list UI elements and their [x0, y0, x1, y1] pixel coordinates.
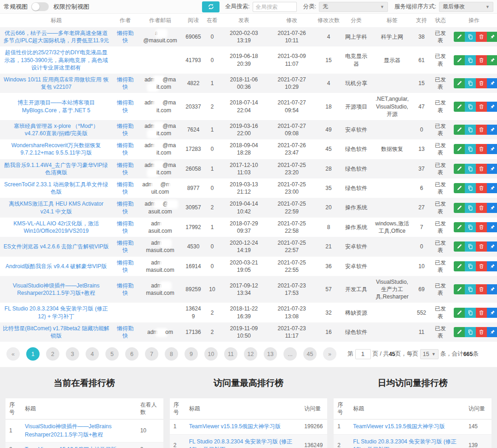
post-title-link[interactable]: 离线KMS激活工具 HEU KMS Activator v24.1 中文版: [9, 201, 103, 214]
post-author-link[interactable]: 懒得勤快: [117, 76, 133, 90]
edit-button[interactable]: [454, 284, 465, 294]
page-button-10[interactable]: 10: [204, 347, 218, 361]
refresh-button[interactable]: [202, 1, 220, 12]
ranking-title-link[interactable]: TeamViewer v15.19.5俄国大神学习版: [25, 446, 116, 448]
edit-button[interactable]: [454, 32, 465, 42]
page-button-7[interactable]: 7: [145, 347, 158, 361]
delete-button[interactable]: [476, 144, 487, 154]
ranking-title-link[interactable]: FL Studio 20.8.3.2304 免安装学习版 (修正 12) + 学…: [189, 438, 292, 448]
delete-button[interactable]: [476, 203, 487, 213]
delete-button[interactable]: [476, 222, 487, 232]
post-author-link[interactable]: 懒得勤快: [117, 123, 133, 137]
copy-button[interactable]: [465, 102, 476, 112]
post-title-link[interactable]: ES文件浏览器 v4.2.6.6 去除广告解锁VIP版: [4, 243, 109, 250]
post-title-link[interactable]: FL Studio 20.8.3.2304 免安装学习版 (修正 12) + 学…: [5, 305, 108, 319]
copy-button[interactable]: [465, 125, 476, 135]
edit-button[interactable]: [454, 222, 465, 232]
delete-button[interactable]: [476, 78, 487, 88]
post-author-link[interactable]: 懒得勤快: [117, 30, 133, 44]
copy-button[interactable]: [465, 222, 476, 232]
copy-button[interactable]: [465, 164, 476, 174]
edit-button[interactable]: [454, 327, 465, 337]
page-button-9[interactable]: 9: [185, 347, 198, 361]
next-page-button[interactable]: »: [323, 347, 336, 361]
view-mode-toggle[interactable]: [31, 2, 49, 11]
delete-button[interactable]: [476, 102, 487, 112]
post-author-link[interactable]: 懒得勤快: [117, 99, 133, 113]
edit-button[interactable]: [454, 55, 465, 65]
ranking-title-link[interactable]: TeamViewer v15.19.5俄国大神学习版: [353, 423, 445, 430]
edit-button[interactable]: [454, 125, 465, 135]
ranking-title-link[interactable]: VisualStudio神级插件——JetBrains Resharper202…: [25, 423, 112, 437]
edit-button[interactable]: [454, 102, 465, 112]
edit-button[interactable]: [454, 261, 465, 271]
ranking-title-link[interactable]: FL Studio 20.8.3.2304 免安装学习版 (修正 12) + 学…: [353, 438, 456, 448]
post-title-link[interactable]: 优云666，桔子云——多年老牌高速全隧道多节点IPLC超大国际机场，月费低至11…: [3, 30, 109, 44]
copy-button[interactable]: [465, 144, 476, 154]
post-title-link[interactable]: Windows 10/11 应用商店&常用微软应用 恢复包 v22107: [4, 76, 109, 90]
delete-button[interactable]: [476, 32, 487, 42]
delete-button[interactable]: [476, 241, 487, 252]
post-title-link[interactable]: VisualStudio神级插件——JetBrains Resharper202…: [13, 282, 100, 296]
post-title-link[interactable]: 塞班经典管理器 x-plore （*Mod*） v4.27.60直装/捐赠/完美…: [14, 123, 98, 137]
pin-button[interactable]: [487, 125, 497, 135]
edit-button[interactable]: [454, 144, 465, 154]
pin-button[interactable]: [487, 261, 497, 271]
delete-button[interactable]: [476, 164, 487, 174]
copy-button[interactable]: [465, 284, 476, 294]
pin-button[interactable]: [487, 164, 497, 174]
copy-button[interactable]: [465, 55, 476, 65]
delete-button[interactable]: [476, 308, 487, 318]
page-size-select[interactable]: 15▼: [420, 349, 439, 359]
post-title-link[interactable]: 酷我音乐9.1.1.4W4_去广告学习豪华VIP绿色清爽版: [5, 162, 108, 176]
pin-button[interactable]: [487, 327, 497, 337]
page-button-45[interactable]: 45: [303, 347, 317, 361]
pin-button[interactable]: [487, 183, 497, 193]
delete-button[interactable]: [476, 261, 487, 271]
pin-button[interactable]: [487, 284, 497, 294]
post-title-link[interactable]: Android版酷我音乐 v9.4.4 破解豪华VIP版: [6, 263, 107, 270]
pin-button[interactable]: [487, 241, 497, 252]
global-search-input[interactable]: [253, 2, 297, 12]
delete-button[interactable]: [476, 327, 487, 337]
post-title-link[interactable]: ScreenToGif 2.33.1 动画录制工具单文件绿色版: [4, 181, 108, 195]
delete-button[interactable]: [476, 183, 487, 193]
edit-button[interactable]: [454, 308, 465, 318]
post-author-link[interactable]: 懒得勤快: [117, 259, 133, 273]
pin-button[interactable]: [487, 222, 497, 232]
post-author-link[interactable]: 懒得勤快: [117, 325, 133, 339]
pin-button[interactable]: [487, 32, 497, 42]
delete-button[interactable]: [476, 125, 487, 135]
pin-button[interactable]: [487, 102, 497, 112]
page-button-8[interactable]: 8: [165, 347, 178, 361]
post-title-link[interactable]: WondershareRecoverit万兴数据恢复9.7.2.12+mac 9…: [12, 142, 101, 156]
server-sort-select[interactable]: 最后修改 ▼: [439, 2, 493, 12]
pin-button[interactable]: [487, 308, 497, 318]
pin-button[interactable]: [487, 203, 497, 213]
post-title-link[interactable]: 比特彗星(BitComet) v1.78beta2 隐藏功能解锁版: [3, 325, 109, 339]
copy-button[interactable]: [465, 32, 476, 42]
page-button-2[interactable]: 2: [46, 347, 59, 361]
copy-button[interactable]: [465, 327, 476, 337]
post-author-link[interactable]: 懒得勤快: [117, 282, 133, 296]
copy-button[interactable]: [465, 203, 476, 213]
post-author-link[interactable]: 懒得勤快: [117, 142, 133, 156]
post-author-link[interactable]: 懒得勤快: [117, 201, 133, 214]
category-select[interactable]: 无 ▼: [319, 2, 388, 12]
post-title-link[interactable]: KMS-VL-ALL AIO 42r汉化版，激活Win10/Office2019…: [13, 220, 99, 234]
copy-button[interactable]: [465, 78, 476, 88]
post-author-link[interactable]: 懒得勤快: [117, 162, 133, 176]
post-author-link[interactable]: 懒得勤快: [117, 220, 133, 234]
post-title-link[interactable]: 博主开源项目——本站博客项目MyBlogs.Core，基于.NET 5: [17, 99, 95, 113]
edit-button[interactable]: [454, 241, 465, 252]
page-button-1[interactable]: 1: [26, 347, 40, 361]
page-button-5[interactable]: 5: [105, 347, 119, 361]
edit-button[interactable]: [454, 78, 465, 88]
page-button-12[interactable]: 12: [244, 347, 257, 361]
copy-button[interactable]: [465, 183, 476, 193]
delete-button[interactable]: [476, 284, 487, 294]
ranking-title-link[interactable]: TeamViewer v15.19.5俄国大神学习版: [189, 423, 281, 430]
copy-button[interactable]: [465, 241, 476, 252]
pin-button[interactable]: [487, 78, 497, 88]
page-button-6[interactable]: 6: [125, 347, 139, 361]
